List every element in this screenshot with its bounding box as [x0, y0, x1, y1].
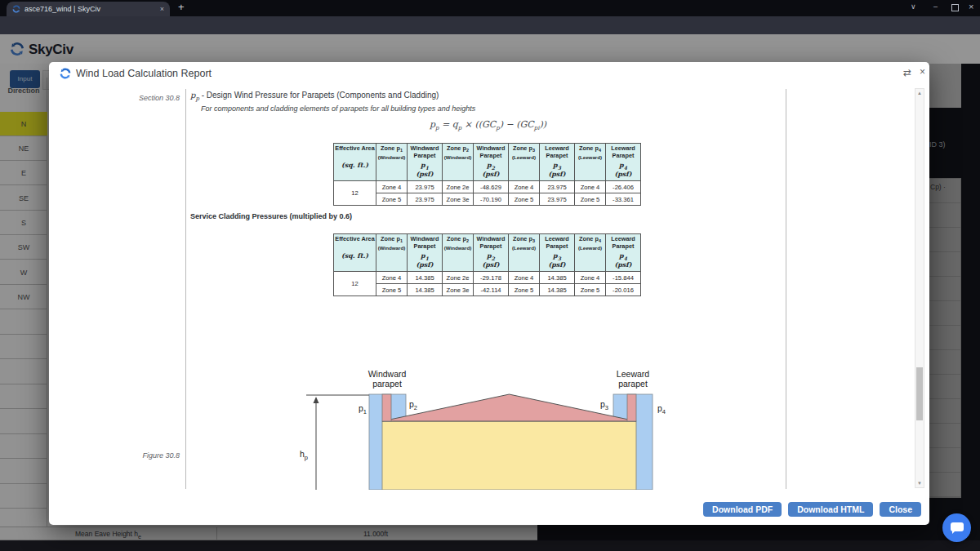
table-header-cell: Leeward Parapetp3(psf) — [540, 144, 575, 181]
window-restore-icon[interactable] — [951, 4, 959, 11]
table-cell: Zone 5 — [575, 193, 606, 206]
table-cell: -26.406 — [606, 181, 641, 193]
table-cell: -48.629 — [474, 181, 509, 193]
table-cell: -29.178 — [474, 272, 509, 284]
modal-header: Wind Load Calculation Report ⇄ × — [49, 62, 929, 84]
leeward-parapet-label-1: Leeward — [617, 369, 649, 379]
right-rule — [786, 89, 786, 489]
table-cell: Zone 3e — [443, 284, 474, 296]
table-cell: -15.844 — [606, 272, 641, 284]
table-cell: 23.975 — [540, 181, 575, 193]
table-cell: Zone 5 — [509, 284, 540, 296]
gable-roof — [382, 394, 636, 421]
table-cell: 14.385 — [540, 272, 575, 284]
table-header-cell: Leeward Parapetp3(psf) — [540, 234, 575, 272]
table-cell: 14.385 — [540, 284, 575, 296]
scroll-up-icon[interactable]: ▲ — [915, 90, 924, 96]
table-cell: 14.385 — [408, 284, 443, 296]
leeward-parapet-wall — [627, 394, 636, 421]
table-cell: Zone 4 — [575, 181, 606, 193]
table-cell: Zone 4 — [376, 272, 408, 284]
scrollbar-thumb[interactable] — [916, 367, 923, 420]
new-tab-button[interactable]: + — [178, 1, 185, 13]
windward-parapet-label-1: Windward — [368, 369, 407, 379]
tab-close-icon[interactable]: × — [160, 6, 164, 13]
p4-label: p4 — [657, 403, 666, 415]
section-subheading: For components and cladding elements of … — [201, 104, 475, 113]
table-cell: Zone 5 — [575, 284, 606, 296]
download-html-button[interactable]: Download HTML — [788, 502, 873, 517]
table-cell: 23.975 — [408, 181, 443, 193]
table-header-cell: Zone p3(Leeward) — [509, 144, 540, 181]
table-cell: Zone 2e — [443, 272, 474, 284]
parapet-pressure-formula: pp = qp × ((GCp) − (GCpi)) — [190, 119, 786, 131]
table-cell: Zone 5 — [376, 193, 408, 206]
hp-label: hp — [300, 449, 308, 461]
leeward-parapet-label-2: parapet — [618, 379, 648, 389]
tab-title: asce716_wind | SkyCiv — [24, 5, 156, 13]
table-cell: Zone 5 — [376, 284, 408, 296]
table-header-cell: Windward Parapetp2(psf) — [474, 144, 509, 181]
modal-footer: Download PDF Download HTML Close — [49, 492, 929, 525]
building-body — [382, 421, 636, 490]
section-heading: pp - Design Wind Pressure for Parapets (… — [190, 91, 439, 102]
table-cell: Zone 2e — [443, 181, 474, 193]
window-minimize-icon[interactable]: – — [933, 2, 938, 11]
table-header-cell: Leeward Parapetp4(psf) — [606, 234, 641, 272]
figure-label: Figure 30.8 — [98, 451, 180, 460]
skyciv-spinner-icon — [60, 68, 71, 79]
service-pressures-note: Service Cladding Pressures (multiplied b… — [190, 212, 352, 220]
scroll-down-icon[interactable]: ▼ — [915, 480, 924, 487]
table-cell: Zone 5 — [509, 193, 540, 206]
resize-swap-icon[interactable]: ⇄ — [903, 67, 911, 78]
dimension-arrow-up — [314, 397, 319, 403]
table-cell: 14.385 — [408, 272, 443, 284]
table-cell: 23.975 — [408, 193, 443, 206]
browser-toolbar: ◁ ▷ ↻ platform.skyciv.com /design/wind/v… — [0, 16, 980, 34]
modal-scrollbar[interactable]: ▲ ▼ — [915, 88, 924, 488]
table-header-cell: Effective Area(sq. ft.) — [334, 234, 376, 272]
table-cell: Zone 3e — [443, 193, 474, 206]
skyciv-favicon — [12, 5, 20, 13]
table-header-cell: Zone p2(Windward) — [443, 234, 474, 272]
p1-label: p1 — [359, 403, 367, 415]
chat-icon — [951, 522, 964, 531]
modal-close-icon[interactable]: × — [920, 66, 925, 78]
download-pdf-button[interactable]: Download PDF — [703, 502, 782, 517]
parapet-figure: hp Windward parapet Leeward parapet p1 p… — [298, 366, 670, 490]
table-cell: 23.975 — [540, 193, 575, 206]
table-cell: -33.361 — [606, 193, 641, 206]
table-cell: Zone 4 — [509, 272, 540, 284]
left-rule — [185, 89, 186, 489]
table-cell: Zone 4 — [376, 181, 408, 193]
design-wind-pressure-table: Effective Area(sq. ft.)Zone p1(Windward)… — [333, 143, 641, 206]
table-header-cell: Leeward Parapetp4(psf) — [606, 144, 641, 181]
windward-parapet-wall — [382, 394, 391, 421]
effective-area-cell: 12 — [334, 272, 376, 296]
service-wind-pressure-table: Effective Area(sq. ft.)Zone p1(Windward)… — [333, 233, 641, 296]
table-header-cell: Windward Parapetp1(psf) — [408, 234, 443, 272]
effective-area-cell: 12 — [334, 181, 376, 206]
table-header-cell: Zone p3(Leeward) — [509, 234, 540, 272]
table-cell: Zone 4 — [575, 272, 606, 284]
table-cell: Zone 4 — [509, 181, 540, 193]
close-button[interactable]: Close — [880, 502, 921, 517]
table-header-cell: Zone p1(Windward) — [376, 144, 408, 181]
report-content: Section 30.8 pp - Design Wind Pressure f… — [49, 84, 929, 492]
table-header-cell: Zone p1(Windward) — [376, 234, 408, 272]
modal-title: Wind Load Calculation Report — [76, 68, 212, 79]
section-label: Section 30.8 — [98, 94, 180, 102]
p3-label: p3 — [600, 399, 608, 411]
table-header-cell: Windward Parapetp1(psf) — [408, 144, 443, 181]
window-chevron-icon[interactable]: ∨ — [911, 2, 916, 11]
browser-tab[interactable]: asce716_wind | SkyCiv × — [7, 2, 170, 16]
table-cell: -20.016 — [606, 284, 641, 296]
window-close-icon[interactable]: × — [969, 2, 973, 11]
table-header-cell: Windward Parapetp2(psf) — [474, 234, 509, 272]
table-header-cell: Zone p2(Windward) — [443, 144, 474, 181]
table-cell: -70.190 — [474, 193, 509, 206]
table-cell: -42.114 — [474, 284, 509, 296]
table-header-cell: Effective Area(sq. ft.) — [334, 144, 376, 181]
chat-bubble-button[interactable] — [942, 513, 971, 542]
browser-tab-bar: asce716_wind | SkyCiv × + ∨ – × — [0, 0, 980, 16]
